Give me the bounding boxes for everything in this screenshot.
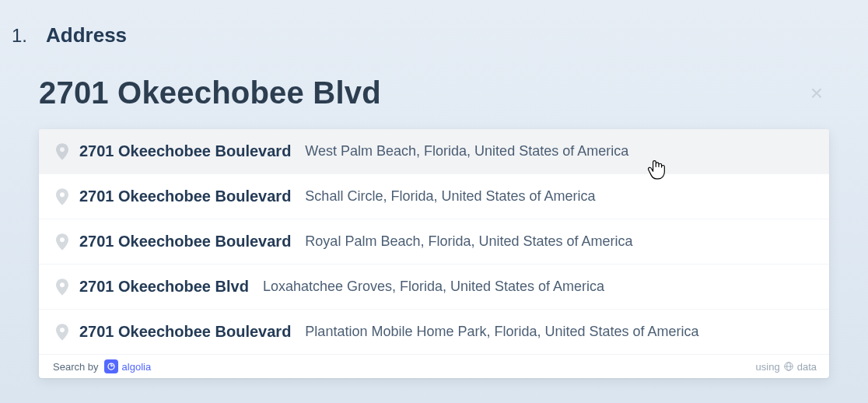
suggestion-main: 2701 Okeechobee Boulevard bbox=[79, 187, 291, 205]
suggestion-main: 2701 Okeechobee Boulevard bbox=[79, 142, 291, 160]
clear-search-button[interactable]: × bbox=[804, 82, 829, 104]
pin-icon bbox=[56, 233, 68, 251]
suggestion-item[interactable]: 2701 Okeechobee BoulevardSchall Circle, … bbox=[39, 174, 829, 219]
step-header: 1. Address bbox=[12, 23, 829, 47]
suggestion-main: 2701 Okeechobee Boulevard bbox=[79, 233, 291, 251]
algolia-icon bbox=[104, 359, 118, 373]
pin-icon bbox=[56, 279, 68, 296]
algolia-badge[interactable]: algolia bbox=[104, 359, 152, 373]
pin-icon bbox=[56, 143, 68, 160]
using-data-label: using data bbox=[756, 361, 817, 373]
suggestion-main: 2701 Okeechobee Boulevard bbox=[79, 323, 291, 341]
suggestion-secondary: Schall Circle, Florida, United States of… bbox=[305, 188, 595, 205]
data-globe-icon bbox=[783, 361, 794, 372]
suggestion-item[interactable]: 2701 Okeechobee BoulevardRoyal Palm Beac… bbox=[39, 219, 829, 265]
pin-icon bbox=[56, 188, 68, 205]
algolia-label: algolia bbox=[122, 361, 152, 373]
suggestion-secondary: Loxahatchee Groves, Florida, United Stat… bbox=[263, 279, 604, 295]
dropdown-footer: Search by algolia using data bbox=[39, 355, 829, 378]
pin-icon bbox=[56, 324, 68, 341]
suggestion-item[interactable]: 2701 Okeechobee BoulevardPlantation Mobi… bbox=[39, 310, 829, 355]
step-label: Address bbox=[46, 23, 127, 47]
suggestion-secondary: Plantation Mobile Home Park, Florida, Un… bbox=[305, 324, 698, 340]
suggestion-secondary: Royal Palm Beach, Florida, United States… bbox=[305, 233, 632, 250]
address-search-input[interactable] bbox=[39, 75, 793, 110]
suggestion-main: 2701 Okeechobee Blvd bbox=[79, 278, 249, 296]
suggestion-item[interactable]: 2701 Okeechobee BlvdLoxahatchee Groves, … bbox=[39, 265, 829, 310]
suggestions-dropdown: 2701 Okeechobee BoulevardWest Palm Beach… bbox=[39, 129, 829, 378]
step-number: 1. bbox=[12, 25, 27, 47]
suggestion-item[interactable]: 2701 Okeechobee BoulevardWest Palm Beach… bbox=[39, 129, 829, 174]
search-by-label: Search by bbox=[53, 361, 99, 373]
suggestion-secondary: West Palm Beach, Florida, United States … bbox=[305, 143, 628, 159]
